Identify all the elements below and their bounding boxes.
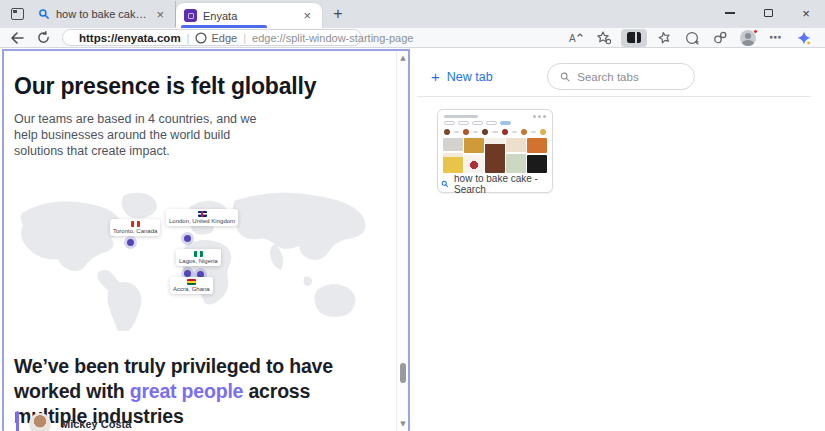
plus-icon: + <box>431 69 440 84</box>
search-favicon-icon <box>38 8 50 20</box>
copilot-button[interactable] <box>793 29 815 47</box>
thumbnail-tile <box>527 138 547 153</box>
workspaces-icon <box>11 8 24 20</box>
open-tab-card[interactable]: how to bake cake - Search <box>437 109 553 193</box>
refresh-icon <box>37 31 50 44</box>
chain-link-icon <box>713 31 728 44</box>
back-button[interactable] <box>6 29 28 47</box>
tab-label: Enyata <box>203 10 294 22</box>
scroll-up-arrow[interactable]: ▲ <box>399 54 407 62</box>
new-tab-link[interactable]: + New tab <box>431 69 493 84</box>
close-button[interactable]: × <box>787 0 825 26</box>
right-split-pane[interactable]: + New tab <box>417 48 825 431</box>
location-pin-lagos: Lagos, Nigeria <box>176 249 221 266</box>
thumb-image-grid <box>441 138 549 173</box>
search-tabs-input[interactable] <box>577 71 682 83</box>
scroll-down-arrow[interactable]: ▼ <box>399 420 407 428</box>
nigeria-flag-icon <box>194 251 203 257</box>
map-dot-uk <box>184 235 191 242</box>
uk-flag-icon <box>198 211 207 217</box>
page-title: Our presence is felt globally <box>14 73 316 100</box>
settings-more-button[interactable]: ⋯ <box>765 29 787 47</box>
browser-toolbar: https://enyata.com | Edge | edge://split… <box>0 28 825 48</box>
tab-close-button[interactable]: × <box>153 7 167 22</box>
restore-button[interactable] <box>749 0 787 26</box>
enyata-favicon-icon <box>184 9 197 22</box>
thumb-searchbar <box>444 115 478 118</box>
testimonial-name: Mickey Costa <box>61 418 131 430</box>
browser-essentials-button[interactable] <box>709 29 731 47</box>
collections-button[interactable] <box>653 29 675 47</box>
web-capture-button[interactable] <box>681 29 703 47</box>
thumbnail-tile <box>527 155 547 173</box>
edge-logo-icon <box>195 32 207 44</box>
edge-chip: Edge <box>195 32 237 44</box>
tab-label: how to bake cake - Search <box>56 8 147 20</box>
split-screen-icon <box>627 32 641 43</box>
profile-button[interactable] <box>737 29 759 47</box>
location-label: Lagos, Nigeria <box>179 258 218 264</box>
favorites-button[interactable] <box>593 29 615 47</box>
thumb-icons <box>533 115 546 118</box>
split-page-url: edge://split-window-starting-page <box>252 32 413 44</box>
address-bar[interactable]: https://enyata.com | Edge | edge://split… <box>62 29 362 46</box>
new-tab-label: New tab <box>447 70 493 84</box>
split-screen-button[interactable] <box>621 29 647 47</box>
tab-close-button[interactable]: × <box>300 8 314 23</box>
collections-star-icon <box>655 29 673 46</box>
edge-label: Edge <box>211 32 237 44</box>
search-icon <box>560 71 570 83</box>
thumbnail-tile <box>485 138 505 173</box>
left-split-pane[interactable]: Our presence is felt globally Our teams … <box>2 49 410 431</box>
location-pin-accra: Accra, Ghana <box>170 277 213 294</box>
copilot-sparkle-icon <box>796 30 812 46</box>
search-tabs-box[interactable] <box>547 63 695 90</box>
location-label: London, United Kingdom <box>169 218 235 224</box>
world-map: Toronto, Canada London, United Kingdom L… <box>8 189 398 331</box>
back-arrow-icon <box>10 32 24 44</box>
thumbnail-tile <box>443 138 463 151</box>
testimonial-accent-bar <box>16 411 19 431</box>
toolbar-actions: A ⋯ <box>565 29 819 47</box>
minimize-button[interactable] <box>711 0 749 26</box>
thumbnail-tile <box>506 154 526 173</box>
scrollbar-thumb[interactable] <box>400 363 406 383</box>
new-tab-button[interactable]: + <box>326 2 350 26</box>
thumbnail-tile <box>464 138 484 153</box>
tab-card-title: how to bake cake - Search <box>454 173 549 195</box>
divider <box>417 96 811 97</box>
tab-search[interactable]: how to bake cake - Search × <box>30 1 176 27</box>
thumb-filter-chips <box>441 119 549 127</box>
tab-card-caption: how to bake cake - Search <box>441 175 549 193</box>
minimize-icon <box>725 12 735 13</box>
location-label: Toronto, Canada <box>113 228 157 234</box>
window-controls: × <box>711 0 825 26</box>
testimonial-avatar <box>29 413 51 431</box>
read-aloud-icon: A <box>569 32 584 44</box>
restore-icon <box>764 9 773 17</box>
thumbnail-tile <box>443 153 463 173</box>
map-dot-toronto <box>127 239 134 246</box>
read-aloud-button[interactable]: A <box>565 29 587 47</box>
location-label: Accra, Ghana <box>173 286 210 292</box>
tab-strip: how to bake cake - Search × Enyata × + × <box>0 0 825 28</box>
tab-thumbnail <box>441 113 549 175</box>
thumb-related-row <box>441 127 549 138</box>
location-pin-uk: London, United Kingdom <box>166 209 238 226</box>
tab-actions-menu-button[interactable] <box>6 3 28 25</box>
address-separator: | <box>243 32 246 44</box>
testimonial-item: Mickey Costa <box>16 411 131 431</box>
search-icon <box>441 179 449 189</box>
notification-dot <box>753 29 758 34</box>
canada-flag-icon <box>131 221 140 227</box>
tab-enyata[interactable]: Enyata × <box>176 3 322 28</box>
intro-paragraph: Our teams are based in 4 countries, and … <box>14 111 282 159</box>
split-window-content: Our presence is felt globally Our teams … <box>0 48 825 431</box>
refresh-button[interactable] <box>32 29 54 47</box>
ghana-flag-icon <box>187 279 196 285</box>
svg-text:A: A <box>569 33 576 44</box>
map-dot-lagos <box>184 270 191 277</box>
location-pin-toronto: Toronto, Canada <box>110 219 160 236</box>
left-pane-scrollbar[interactable]: ▲ ▼ <box>396 51 408 431</box>
address-separator: | <box>187 32 190 44</box>
